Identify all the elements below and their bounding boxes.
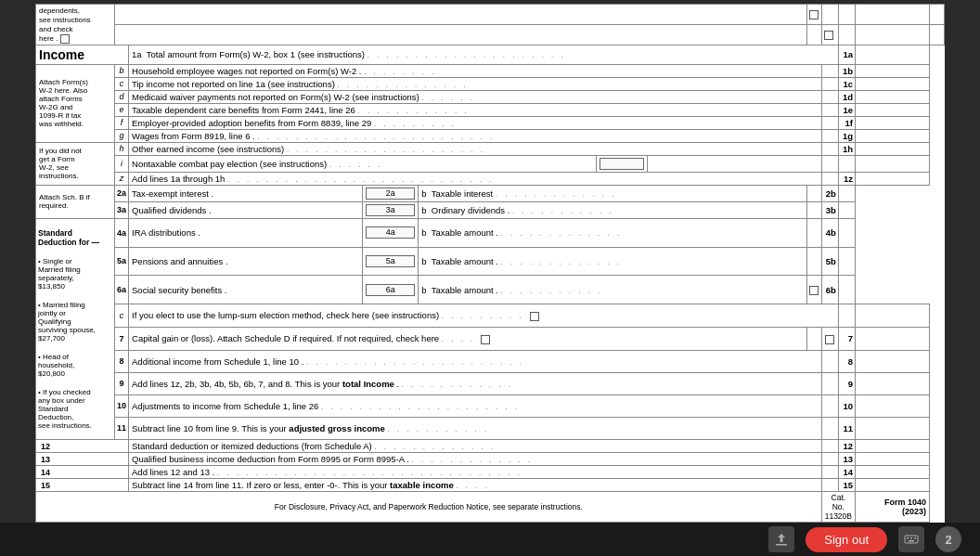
line-13-text: Qualified business income deduction from… bbox=[132, 454, 409, 464]
line-7-num: 7 bbox=[115, 327, 129, 350]
std-ded-header: Standard Deduction for — bbox=[38, 228, 112, 247]
line-8-num: 8 bbox=[115, 350, 129, 372]
linenum-8: 8 bbox=[838, 350, 855, 372]
help-button[interactable]: 2 bbox=[935, 526, 961, 552]
svg-rect-1 bbox=[905, 536, 918, 543]
svg-rect-4 bbox=[914, 537, 916, 539]
line-14-num: 14 bbox=[38, 467, 53, 478]
line-11-text: Subtract line 10 from line 9. This is yo… bbox=[132, 423, 385, 433]
line-6a-input[interactable]: 6a bbox=[366, 284, 415, 296]
line-5b-text: b Taxable amount . bbox=[421, 256, 498, 266]
line-7-check2[interactable] bbox=[825, 335, 834, 344]
footer-form: Form 1040 (2023) bbox=[856, 491, 930, 522]
line-g-label: g bbox=[115, 129, 129, 142]
line-6a-text: Social security benefits . bbox=[132, 285, 226, 295]
linenum-15: 15 bbox=[838, 478, 855, 491]
dep-check-1[interactable] bbox=[809, 10, 819, 19]
footer-disclosure: For Disclosure, Privacy Act, and Paperwo… bbox=[275, 502, 583, 511]
line-2a-text: Tax-exempt interest . bbox=[132, 188, 213, 199]
linenum-1g: 1g bbox=[838, 129, 855, 142]
line-1i-text: Nontaxable combat pay election (see inst… bbox=[132, 159, 327, 169]
dep-check-2[interactable] bbox=[824, 31, 833, 40]
line-6c-text: If you elect to use the lump-sum electio… bbox=[132, 310, 439, 320]
linenum-5b: 5b bbox=[821, 247, 838, 276]
footer-cat: Cat. No. 11320B bbox=[821, 491, 855, 522]
linenum-2b: 2b bbox=[821, 185, 838, 201]
line-1f-text: Employer-provided adoption benefits from… bbox=[132, 118, 371, 128]
linenum-1e: 1e bbox=[838, 103, 855, 116]
line-4a-text: IRA distributions . bbox=[132, 227, 200, 238]
linenum-12: 12 bbox=[838, 439, 855, 452]
line-13-num: 13 bbox=[38, 454, 53, 465]
linenum-1h: 1h bbox=[838, 142, 855, 155]
line-3a-num: 3a bbox=[115, 201, 129, 218]
line-b-label: b bbox=[115, 64, 129, 77]
line-1a-label: 1a Total amount from Form(s) W-2, box 1 … bbox=[132, 49, 365, 59]
line-6b-text: b Taxable amount . bbox=[421, 285, 498, 295]
line-15-num: 15 bbox=[38, 480, 53, 491]
line-4a-num: 4a bbox=[115, 218, 129, 247]
linenum-1d: 1d bbox=[838, 90, 855, 103]
line-8-text: Additional income from Schedule 1, line … bbox=[132, 356, 303, 367]
line-3a-input[interactable]: 3a bbox=[366, 204, 415, 216]
line-7-text: Capital gain or (loss). Attach Schedule … bbox=[132, 333, 439, 343]
line-5a-num: 5a bbox=[115, 247, 129, 276]
linenum-1z: 1z bbox=[838, 172, 855, 185]
svg-rect-0 bbox=[776, 544, 787, 546]
linenum-7: 7 bbox=[838, 327, 855, 350]
line-9-num: 9 bbox=[115, 372, 129, 394]
std-ded-checked: • If you checked any box under Standard … bbox=[38, 388, 112, 430]
line-12-num: 12 bbox=[38, 441, 53, 452]
line-9-text: Add lines 1z, 2b, 3b, 4b, 5b, 6b, 7, and… bbox=[132, 379, 399, 389]
line-6c-label: c bbox=[115, 304, 129, 328]
upload-icon[interactable] bbox=[768, 526, 794, 552]
line-e-label: e bbox=[115, 103, 129, 116]
line-1z-text: Add lines 1a through 1h bbox=[132, 174, 225, 184]
line-1e-text: Taxable dependent care benefits from For… bbox=[132, 105, 355, 115]
linenum-1z-placeholder bbox=[838, 155, 855, 172]
line-z-label: z bbox=[115, 172, 129, 185]
svg-rect-3 bbox=[910, 537, 912, 539]
standard-deduction-label: Standard Deduction for — • Single or Mar… bbox=[36, 218, 115, 439]
linenum-1f: 1f bbox=[838, 116, 855, 129]
line-1d-text: Medicaid waiver payments not reported on… bbox=[132, 92, 419, 102]
keyboard-icon[interactable] bbox=[898, 526, 924, 552]
line-d-label: d bbox=[115, 90, 129, 103]
svg-rect-2 bbox=[907, 537, 909, 539]
linenum-14: 14 bbox=[838, 465, 855, 478]
line-1g-text: Wages from Form 8919, line 6 . bbox=[132, 131, 255, 141]
linenum-10: 10 bbox=[838, 394, 855, 417]
std-ded-married: • Married filing jointly or Qualifying s… bbox=[38, 301, 112, 343]
line-7-checkbox[interactable] bbox=[481, 335, 490, 344]
line-12-text: Standard deduction or itemized deduction… bbox=[132, 441, 372, 451]
line-11-num: 11 bbox=[115, 417, 129, 439]
line-4b-text: b Taxable amount . bbox=[421, 227, 498, 238]
line-6b-checkbox[interactable] bbox=[809, 286, 819, 295]
line-3b-text: b Ordinary dividends . bbox=[421, 205, 509, 215]
line-5a-text: Pensions and annuities . bbox=[132, 256, 228, 266]
line-4a-input[interactable]: 4a bbox=[366, 226, 415, 239]
std-ded-head: • Head of household, $20,800 bbox=[38, 353, 112, 378]
linenum-6b: 6b bbox=[821, 276, 838, 304]
linenum-1c: 1c bbox=[838, 77, 855, 90]
line-2a-input[interactable]: 2a bbox=[366, 187, 415, 200]
attach-sch-label: Attach Sch. B if required. bbox=[36, 185, 115, 218]
line-5a-input[interactable]: 5a bbox=[366, 255, 415, 267]
linenum-9: 9 bbox=[838, 372, 855, 394]
line-c-label: c bbox=[115, 77, 129, 90]
line-2b-text: b Taxable interest bbox=[421, 188, 493, 199]
line-6c-checkbox[interactable] bbox=[530, 312, 539, 321]
dependents-checkbox[interactable] bbox=[60, 34, 70, 44]
attach-forms-label: Attach Form(s) W-2 here. Also attach For… bbox=[36, 64, 115, 142]
if-not-label: If you did not get a Form W-2, see instr… bbox=[36, 142, 115, 185]
line-1i-input[interactable] bbox=[600, 158, 644, 170]
linenum-4b: 4b bbox=[821, 218, 838, 247]
linenum-11: 11 bbox=[838, 417, 855, 439]
line-10-text: Adjustments to income from Schedule 1, l… bbox=[132, 401, 318, 411]
line-15-text: Subtract line 14 from line 11. If zero o… bbox=[132, 480, 454, 490]
sign-out-button[interactable]: Sign out bbox=[806, 527, 887, 552]
dots-1a: . . . . . . . . . . . . . . . . . . . . … bbox=[368, 51, 566, 59]
svg-rect-5 bbox=[909, 540, 914, 542]
line-2a-num: 2a bbox=[115, 185, 129, 201]
line-1h-text: Other earned income (see instructions) bbox=[132, 144, 284, 154]
